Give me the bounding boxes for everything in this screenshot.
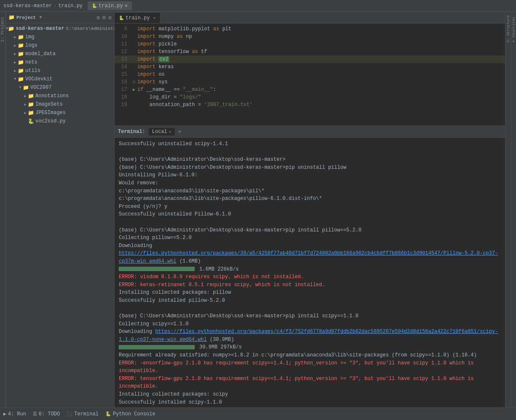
root-folder-icon: 📁 bbox=[8, 26, 14, 32]
tab-bar: 🐍 train.py ✕ bbox=[88, 1, 132, 10]
editor-tab-active[interactable]: 🐍 train.py ✕ bbox=[115, 12, 160, 23]
t-line-5: c:\programdata\anaconda3\lib\site-packag… bbox=[119, 195, 501, 203]
todo-button[interactable]: ☰ 6: TODO bbox=[33, 411, 60, 417]
tab-label: train.py bbox=[99, 3, 123, 9]
favorites-label: ★ Favorites bbox=[512, 17, 516, 44]
line-num-14: 14 bbox=[115, 64, 131, 70]
code-line-13: 13 import cv2 bbox=[115, 56, 505, 63]
editor-tab-trainpy[interactable]: 🐍 train.py ✕ bbox=[88, 1, 132, 10]
voc2007-arrow: ▼ bbox=[18, 85, 23, 90]
python-console-button[interactable]: 🐍 Python Console bbox=[105, 411, 155, 417]
tree-item-imagesets[interactable]: ▶ 📁 ImageSets bbox=[6, 100, 114, 109]
tab-close-icon[interactable]: ✕ bbox=[125, 3, 128, 9]
tree-item-annotations[interactable]: ▶ 📁 Annotations bbox=[6, 92, 114, 100]
favorites-strip: ★ Favorites bbox=[511, 12, 516, 407]
terminal-button[interactable]: ⬛ Terminal bbox=[67, 411, 99, 417]
terminal-tab-local[interactable]: Local ✕ bbox=[149, 128, 175, 136]
tree-item-voc2ssd[interactable]: 🐍 voc2ssd.py bbox=[6, 117, 114, 125]
code-line-9: 9 import matplotlib.pyplot as plt bbox=[115, 25, 505, 33]
logs-arrow: ▶ bbox=[13, 43, 18, 48]
t-line-7: Successfully uninstalled Pillow-6.1.0 bbox=[119, 210, 501, 218]
line-num-9: 9 bbox=[115, 26, 131, 32]
code-line-17: 17 ▶ if __name__ == "__main__": bbox=[115, 86, 505, 93]
editor-tab-file-icon: 🐍 bbox=[119, 16, 124, 21]
main-layout: 1: Project 📁 Project ▼ ⚙ ⊞ ⚙ ▼ 📁 ssd-ker… bbox=[0, 12, 516, 407]
t-line-prompt-2: (base) C:\Users\Administrator\Desktop\ss… bbox=[119, 164, 501, 172]
line-num-19: 19 bbox=[115, 102, 131, 108]
utils-arrow: ▶ bbox=[13, 69, 18, 73]
tree-item-nets[interactable]: ▶ 📁 nets bbox=[6, 58, 114, 66]
project-panel: 📁 Project ▼ ⚙ ⊞ ⚙ ▼ 📁 ssd-keras-master C… bbox=[6, 12, 115, 407]
voc2007-label: VOC2007 bbox=[30, 85, 51, 90]
imagesets-arrow: ▶ bbox=[23, 102, 28, 107]
project-gear-icon[interactable]: ⚙ bbox=[108, 14, 112, 21]
tree-root[interactable]: ▼ 📁 ssd-keras-master C:\Users\Administra… bbox=[6, 24, 114, 33]
voc2ssd-label: voc2ssd.py bbox=[35, 118, 66, 124]
tree-item-utils[interactable]: ▶ 📁 utils bbox=[6, 66, 114, 75]
python-console-label: Python Console bbox=[113, 411, 155, 417]
editor-tab-file-name: train.py bbox=[126, 15, 150, 21]
editor-tab-close[interactable]: ✕ bbox=[153, 16, 156, 21]
project-panel-title: Project bbox=[16, 15, 36, 20]
vocdevkit-arrow: ▼ bbox=[13, 77, 18, 81]
t-blank-3 bbox=[119, 304, 501, 312]
breadcrumb-project[interactable]: ssd-keras-master bbox=[3, 3, 52, 9]
terminal-tab-close[interactable]: ✕ bbox=[169, 129, 171, 134]
t-line-2: Uninstalling Pillow-6.1.0: bbox=[119, 171, 501, 179]
code-line-12: 12 import tensorflow as tf bbox=[115, 48, 505, 56]
tree-item-voc2007[interactable]: ▼ 📁 VOC2007 bbox=[6, 83, 114, 92]
breadcrumb-file[interactable]: train.py bbox=[58, 3, 83, 9]
model-data-label: model_data bbox=[25, 51, 56, 57]
jpegimages-icon: 📁 bbox=[28, 110, 34, 116]
nets-label: nets bbox=[25, 59, 37, 65]
terminal-area: Terminal: Local ✕ + Successfully uninsta… bbox=[115, 125, 505, 407]
editor-area: 🐍 train.py ✕ 9 import matplotlib.pyplot … bbox=[115, 12, 505, 407]
root-path: C:\Users\Administrator\Desktop\ssd-keras… bbox=[66, 26, 114, 31]
terminal-label: Terminal: bbox=[118, 129, 145, 135]
t-line-4: c:\programdata\anaconda3\lib\site-packag… bbox=[119, 187, 501, 195]
line-num-15: 15 bbox=[115, 72, 131, 77]
project-layout-icon[interactable]: ⊞ bbox=[102, 14, 106, 21]
t-line-14: Requirement already satisfied: numpy>=1.… bbox=[119, 351, 501, 359]
line-num-17: 17 bbox=[115, 87, 131, 93]
line-num-13: 13 bbox=[115, 56, 131, 62]
project-header-icons: ⚙ ⊞ ⚙ bbox=[97, 14, 112, 21]
jpegimages-arrow: ▶ bbox=[23, 111, 28, 115]
t-line-3: Would remove: bbox=[119, 179, 501, 187]
t-line-10: Installing collected packages: pillow bbox=[119, 289, 501, 297]
tree-item-jpegimages[interactable]: ▶ 📁 JPEGImages bbox=[6, 109, 114, 117]
code-line-19: 19 annotation_path = '2007_train.txt' bbox=[115, 101, 505, 109]
t-error-3: ERROR: -ensorflow-gpu 2.1.0 has requirem… bbox=[119, 359, 501, 375]
imagesets-label: ImageSets bbox=[35, 101, 63, 107]
jpegimages-label: JPEGImages bbox=[35, 110, 66, 116]
t-line-6: Proceed (y/n)? y bbox=[119, 203, 501, 211]
project-tree: ▼ 📁 ssd-keras-master C:\Users\Administra… bbox=[6, 24, 114, 407]
terminal-add-button[interactable]: + bbox=[178, 128, 182, 135]
t-blank-2 bbox=[119, 218, 501, 226]
terminal-tab-local-label: Local bbox=[152, 129, 167, 135]
line-num-12: 12 bbox=[115, 49, 131, 55]
annotations-icon: 📁 bbox=[28, 93, 34, 99]
t-error-4: ERROR: tensorflow-gpu 2.1.0 has requirem… bbox=[119, 375, 501, 391]
code-editor[interactable]: 9 import matplotlib.pyplot as plt 10 imp… bbox=[115, 24, 505, 125]
tree-item-logs[interactable]: ▶ 📁 logs bbox=[6, 41, 114, 50]
tree-item-model-data[interactable]: ▶ 📁 model_data bbox=[6, 50, 114, 58]
code-line-14: 14 import keras bbox=[115, 63, 505, 71]
project-dropdown-icon[interactable]: ▼ bbox=[39, 15, 42, 20]
tree-item-vocdevkit[interactable]: ▼ 📁 VOCdevkit bbox=[6, 75, 114, 83]
t-line-13: Downloading https://files.pythonhosted.o… bbox=[119, 328, 501, 343]
nets-icon: 📁 bbox=[18, 59, 24, 66]
logs-icon: 📁 bbox=[18, 43, 24, 49]
terminal-output[interactable]: Successfully uninstalled scipy-1.4.1 (ba… bbox=[115, 138, 505, 407]
t-line-prompt-3: (base) C:\Users\Administrator\Desktop\ss… bbox=[119, 226, 501, 234]
project-settings-icon[interactable]: ⚙ bbox=[97, 14, 100, 21]
img-arrow: ▶ bbox=[13, 35, 18, 40]
model-data-arrow: ▶ bbox=[13, 52, 18, 56]
structure-strip: 2: Structure bbox=[505, 12, 511, 407]
t-line-prompt-4: (base) C:\Users\Administrator\Desktop\ss… bbox=[119, 312, 501, 320]
run-button[interactable]: ▶ 4: Run bbox=[3, 411, 26, 417]
imagesets-icon: 📁 bbox=[28, 101, 34, 108]
t-error-2: ERROR: keras-retinanet 0.5.1 requires sc… bbox=[119, 281, 501, 289]
root-label: ssd-keras-master bbox=[16, 26, 64, 32]
tree-item-img[interactable]: ▶ 📁 img bbox=[6, 33, 114, 41]
